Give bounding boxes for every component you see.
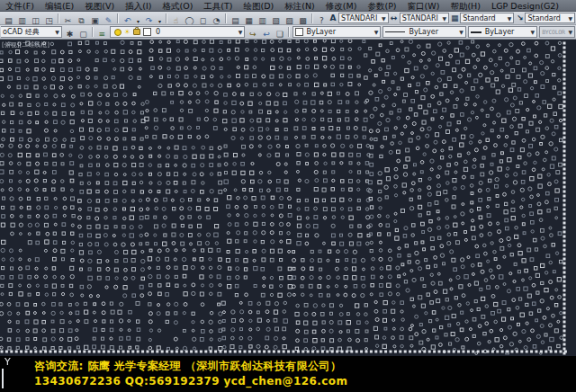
multileader-style-value: Standard bbox=[527, 14, 560, 22]
contact-banner: 咨询交流: 陈鹰 光学专案经理 （深圳市跃创达科技有限公司） 134306722… bbox=[0, 356, 576, 392]
lgp-dot-pattern[interactable] bbox=[0, 40, 576, 392]
zoom-window-icon[interactable]: ◻ bbox=[197, 15, 209, 26]
layer-color-swatch bbox=[143, 28, 151, 36]
contact-line-1: 咨询交流: 陈鹰 光学专案经理 （深圳市跃创达科技有限公司） bbox=[34, 359, 341, 374]
tool-palettes-icon[interactable]: ▥ bbox=[256, 15, 268, 26]
ucs-y-label: Y bbox=[4, 356, 11, 368]
plot-icon[interactable]: ▥ bbox=[16, 15, 28, 26]
markup-set-manager-icon[interactable]: ▨ bbox=[284, 15, 295, 26]
menu-bar: 文件(F)编辑(E)视图(V)插入(I)格式(O)工具(T)绘图(D)标注(N)… bbox=[0, 0, 576, 12]
chevron-down-icon: ▼ bbox=[565, 29, 572, 35]
linetype-value: ByLayer bbox=[409, 28, 438, 36]
lineweight-sample-icon bbox=[471, 31, 482, 33]
save-workspace-icon[interactable]: ▢ bbox=[77, 29, 89, 40]
designcenter-icon[interactable]: ▦ bbox=[243, 15, 255, 26]
text-style-icon[interactable]: A bbox=[328, 13, 338, 22]
sheet-set-manager-icon[interactable]: ▧ bbox=[270, 15, 282, 26]
autocad-window: 文件(F)编辑(E)视图(V)插入(I)格式(O)工具(T)绘图(D)标注(N)… bbox=[0, 0, 576, 392]
redo-icon[interactable]: ↷ bbox=[143, 15, 155, 26]
table-style-select[interactable]: Standard ▼ bbox=[460, 13, 514, 23]
cut-icon[interactable]: ✂ bbox=[62, 15, 74, 26]
plot-preview-icon[interactable]: ◫ bbox=[30, 15, 41, 26]
color-swatch-icon bbox=[295, 28, 303, 36]
dim-style-value: STANDARI bbox=[402, 14, 438, 22]
viewport-controls[interactable]: [俯视][二维线框] bbox=[2, 40, 50, 49]
menu-item-4[interactable]: 插入(I) bbox=[120, 0, 157, 12]
chevron-down-icon: ▼ bbox=[456, 29, 464, 35]
zoom-realtime-icon[interactable]: ◯ bbox=[184, 15, 195, 26]
make-object-layer-current-icon[interactable]: ↪ bbox=[247, 29, 258, 40]
workspace-value: oCAD 经典 bbox=[3, 27, 40, 37]
help-icon[interactable]: ? bbox=[316, 15, 328, 26]
workspace-settings-gear-icon[interactable]: ✱ bbox=[64, 29, 76, 40]
color-value: ByLayer bbox=[306, 28, 336, 36]
chevron-down-icon: ▼ bbox=[372, 29, 379, 35]
chevron-down-icon: ▼ bbox=[52, 29, 59, 35]
table-style-icon[interactable]: ▦ bbox=[450, 13, 459, 22]
lineweight-select[interactable]: ByLayer ▼ bbox=[468, 26, 537, 38]
drawing-area[interactable]: [俯视][二维线框] 咨询交流: 陈鹰 光学专案经理 （深圳市跃创达科技有限公司… bbox=[0, 40, 576, 392]
redo-dropdown-icon[interactable]: ▾ bbox=[157, 15, 163, 26]
toolbar-separator bbox=[311, 13, 313, 23]
menu-item-12[interactable]: 帮助(H) bbox=[445, 0, 486, 12]
menu-item-7[interactable]: 绘图(D) bbox=[238, 0, 280, 12]
toolbar-separator bbox=[288, 27, 290, 37]
publish-icon[interactable]: ◳ bbox=[43, 15, 55, 26]
menu-item-5[interactable]: 格式(O) bbox=[157, 0, 198, 12]
properties-icon[interactable]: ▤ bbox=[230, 15, 241, 26]
standard-toolbar-icons: ▤▥◫◳✂⧉▣✎↶▾↷▾☝◯◻◔▤▦▥▧▨▩? bbox=[2, 12, 328, 25]
save-icon[interactable]: ▤ bbox=[3, 15, 14, 26]
layers-properties-toolbar: oCAD 经典 ▼ ✱▢ ≡ ☀ 0 ▼ ↪↩❏ ByLayer ▼ ByLay… bbox=[0, 25, 576, 40]
text-style-value: STANDARI bbox=[341, 14, 377, 22]
layer-tools: ↪↩❏ bbox=[246, 25, 286, 40]
menu-item-13[interactable]: LGP Design(G2) bbox=[486, 0, 564, 12]
undo-icon[interactable]: ↶ bbox=[122, 15, 133, 26]
table-style-value: Standard bbox=[463, 14, 495, 22]
menu-item-2[interactable]: 编辑(E) bbox=[40, 0, 79, 12]
layer-previous-icon[interactable]: ↩ bbox=[260, 29, 272, 40]
toolbar-separator bbox=[58, 13, 59, 23]
toolbar-separator bbox=[92, 27, 94, 37]
layer-lock-icon bbox=[133, 29, 140, 35]
color-select[interactable]: ByLayer ▼ bbox=[292, 26, 381, 38]
workspace-icons: ✱▢ bbox=[63, 25, 90, 40]
layer-states-icon[interactable]: ❏ bbox=[274, 29, 285, 40]
standard-toolbar: ▤▥◫◳✂⧉▣✎↶▾↷▾☝◯◻◔▤▦▥▧▨▩? A STANDARI ▼ ↔ S… bbox=[0, 12, 576, 25]
chevron-down-icon: ▼ bbox=[236, 29, 243, 35]
menu-item-8[interactable]: 标注(N) bbox=[279, 0, 320, 12]
undo-dropdown-icon[interactable]: ▾ bbox=[135, 15, 141, 26]
plot-style-value: BYCOLOR bbox=[542, 29, 564, 36]
quickcalc-icon[interactable]: ▩ bbox=[297, 15, 309, 26]
zoom-previous-icon[interactable]: ◔ bbox=[211, 15, 222, 26]
layer-name: 0 bbox=[156, 28, 160, 36]
plot-style-select: BYCOLOR ▼ bbox=[539, 26, 575, 38]
multileader-style-icon[interactable]: ↘ bbox=[515, 13, 524, 22]
menu-item-9[interactable]: 修改(M) bbox=[320, 0, 363, 12]
menu-item-11[interactable]: 窗口(W) bbox=[402, 0, 446, 12]
layer-on-bulb-icon bbox=[114, 29, 122, 36]
ucs-icon: Y bbox=[0, 354, 18, 392]
linetype-select[interactable]: ByLayer ▼ bbox=[382, 26, 465, 38]
menu-item-1[interactable]: 文件(F) bbox=[0, 0, 40, 12]
toolbar-separator bbox=[225, 13, 227, 23]
pan-icon[interactable]: ☝ bbox=[170, 15, 182, 26]
dim-style-select[interactable]: STANDARI ▼ bbox=[400, 13, 450, 23]
chevron-down-icon: ▼ bbox=[565, 15, 572, 22]
dim-style-icon[interactable]: ↔ bbox=[390, 13, 399, 22]
layer-properties-manager-icon[interactable]: ≡ bbox=[96, 29, 108, 40]
chevron-down-icon: ▼ bbox=[440, 15, 447, 22]
chevron-down-icon: ▼ bbox=[379, 15, 386, 22]
toolbar-separator bbox=[117, 13, 119, 23]
menu-item-10[interactable]: 参数(P) bbox=[362, 0, 401, 12]
workspace-select[interactable]: oCAD 经典 ▼ bbox=[1, 26, 62, 38]
text-style-select[interactable]: STANDARI ▼ bbox=[338, 13, 389, 23]
copy-icon[interactable]: ⧉ bbox=[76, 15, 87, 26]
layer-select[interactable]: ☀ 0 ▼ bbox=[110, 26, 246, 38]
multileader-style-select[interactable]: Standard ▼ bbox=[525, 13, 575, 23]
menu-item-3[interactable]: 视图(V) bbox=[79, 0, 120, 12]
contact-line-2: 13430672236 QQ:569192379 ycd_chen@126.co… bbox=[34, 375, 347, 388]
menu-item-6[interactable]: 工具(T) bbox=[198, 0, 238, 12]
match-properties-icon[interactable]: ✎ bbox=[103, 15, 114, 26]
toolbar-separator bbox=[166, 13, 167, 23]
paste-icon[interactable]: ▣ bbox=[89, 15, 101, 26]
